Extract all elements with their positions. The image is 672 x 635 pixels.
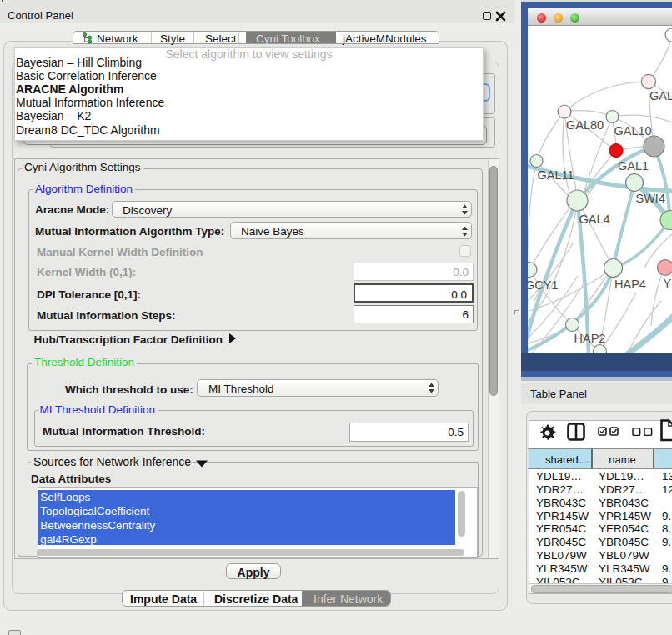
svg-text:Y: Y — [664, 277, 672, 290]
svg-text:GAL80: GAL80 — [566, 118, 604, 132]
svg-text:GCY1: GCY1 — [528, 278, 559, 292]
svg-text:GAL10: GAL10 — [614, 124, 652, 138]
svg-text:HAP4: HAP4 — [614, 278, 646, 291]
svg-text:GAL11: GAL11 — [538, 168, 574, 182]
svg-text:HAP2: HAP2 — [574, 332, 606, 345]
svg-text:SWI4: SWI4 — [636, 192, 665, 205]
svg-text:GAL4: GAL4 — [579, 212, 610, 226]
svg-text:GAL1: GAL1 — [618, 159, 649, 172]
svg-text:GAL7: GAL7 — [649, 89, 672, 102]
